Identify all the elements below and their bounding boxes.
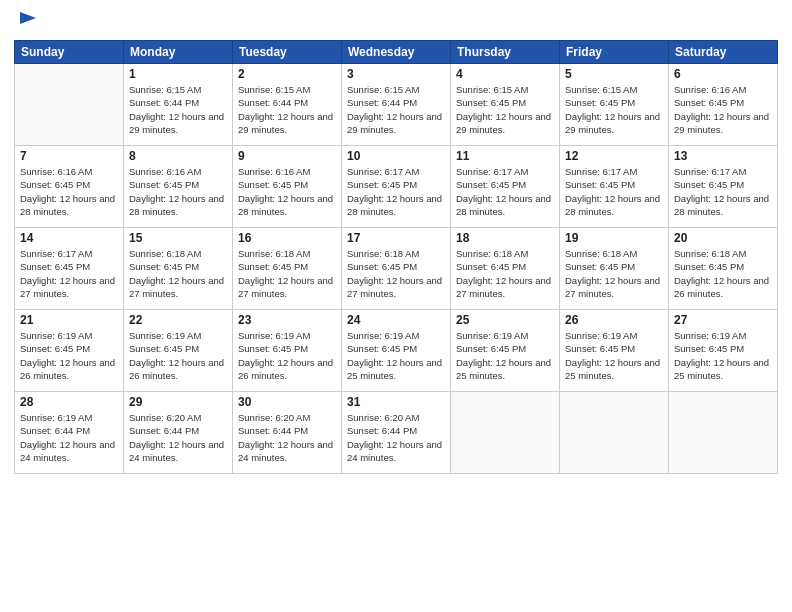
- calendar-cell: 22 Sunrise: 6:19 AM Sunset: 6:45 PM Dayl…: [124, 310, 233, 392]
- daylight-text: Daylight: 12 hours and 28 minutes.: [456, 193, 551, 217]
- daylight-text: Daylight: 12 hours and 29 minutes.: [674, 111, 769, 135]
- sunrise-text: Sunrise: 6:18 AM: [238, 248, 310, 259]
- day-info: Sunrise: 6:15 AM Sunset: 6:45 PM Dayligh…: [456, 83, 554, 136]
- day-number: 1: [129, 67, 227, 81]
- calendar-week-row: 28 Sunrise: 6:19 AM Sunset: 6:44 PM Dayl…: [15, 392, 778, 474]
- weekday-header: Sunday: [15, 41, 124, 64]
- calendar-week-row: 7 Sunrise: 6:16 AM Sunset: 6:45 PM Dayli…: [15, 146, 778, 228]
- day-number: 28: [20, 395, 118, 409]
- daylight-text: Daylight: 12 hours and 28 minutes.: [238, 193, 333, 217]
- day-info: Sunrise: 6:18 AM Sunset: 6:45 PM Dayligh…: [347, 247, 445, 300]
- calendar-cell: 26 Sunrise: 6:19 AM Sunset: 6:45 PM Dayl…: [560, 310, 669, 392]
- day-info: Sunrise: 6:15 AM Sunset: 6:44 PM Dayligh…: [129, 83, 227, 136]
- sunrise-text: Sunrise: 6:17 AM: [347, 166, 419, 177]
- calendar-cell: 1 Sunrise: 6:15 AM Sunset: 6:44 PM Dayli…: [124, 64, 233, 146]
- sunrise-text: Sunrise: 6:19 AM: [20, 412, 92, 423]
- calendar-cell: 30 Sunrise: 6:20 AM Sunset: 6:44 PM Dayl…: [233, 392, 342, 474]
- sunset-text: Sunset: 6:45 PM: [674, 97, 744, 108]
- sunset-text: Sunset: 6:45 PM: [20, 343, 90, 354]
- day-number: 29: [129, 395, 227, 409]
- sunset-text: Sunset: 6:45 PM: [238, 343, 308, 354]
- calendar-cell: 3 Sunrise: 6:15 AM Sunset: 6:44 PM Dayli…: [342, 64, 451, 146]
- calendar-cell: 18 Sunrise: 6:18 AM Sunset: 6:45 PM Dayl…: [451, 228, 560, 310]
- daylight-text: Daylight: 12 hours and 27 minutes.: [20, 275, 115, 299]
- day-number: 25: [456, 313, 554, 327]
- calendar-cell: 24 Sunrise: 6:19 AM Sunset: 6:45 PM Dayl…: [342, 310, 451, 392]
- daylight-text: Daylight: 12 hours and 25 minutes.: [456, 357, 551, 381]
- calendar-cell: 9 Sunrise: 6:16 AM Sunset: 6:45 PM Dayli…: [233, 146, 342, 228]
- day-number: 19: [565, 231, 663, 245]
- calendar-cell: 10 Sunrise: 6:17 AM Sunset: 6:45 PM Dayl…: [342, 146, 451, 228]
- daylight-text: Daylight: 12 hours and 27 minutes.: [238, 275, 333, 299]
- daylight-text: Daylight: 12 hours and 25 minutes.: [674, 357, 769, 381]
- daylight-text: Daylight: 12 hours and 25 minutes.: [565, 357, 660, 381]
- calendar-header-row: SundayMondayTuesdayWednesdayThursdayFrid…: [15, 41, 778, 64]
- sunrise-text: Sunrise: 6:19 AM: [129, 330, 201, 341]
- sunrise-text: Sunrise: 6:18 AM: [456, 248, 528, 259]
- day-number: 30: [238, 395, 336, 409]
- daylight-text: Daylight: 12 hours and 28 minutes.: [20, 193, 115, 217]
- day-number: 23: [238, 313, 336, 327]
- day-number: 17: [347, 231, 445, 245]
- sunrise-text: Sunrise: 6:15 AM: [565, 84, 637, 95]
- day-number: 27: [674, 313, 772, 327]
- day-info: Sunrise: 6:17 AM Sunset: 6:45 PM Dayligh…: [674, 165, 772, 218]
- day-info: Sunrise: 6:17 AM Sunset: 6:45 PM Dayligh…: [565, 165, 663, 218]
- sunset-text: Sunset: 6:44 PM: [20, 425, 90, 436]
- sunset-text: Sunset: 6:45 PM: [674, 179, 744, 190]
- sunrise-text: Sunrise: 6:15 AM: [129, 84, 201, 95]
- day-number: 5: [565, 67, 663, 81]
- calendar-cell: 16 Sunrise: 6:18 AM Sunset: 6:45 PM Dayl…: [233, 228, 342, 310]
- calendar-cell: 6 Sunrise: 6:16 AM Sunset: 6:45 PM Dayli…: [669, 64, 778, 146]
- calendar-cell: 23 Sunrise: 6:19 AM Sunset: 6:45 PM Dayl…: [233, 310, 342, 392]
- daylight-text: Daylight: 12 hours and 26 minutes.: [20, 357, 115, 381]
- sunset-text: Sunset: 6:45 PM: [565, 179, 635, 190]
- sunrise-text: Sunrise: 6:20 AM: [238, 412, 310, 423]
- weekday-header: Wednesday: [342, 41, 451, 64]
- day-info: Sunrise: 6:17 AM Sunset: 6:45 PM Dayligh…: [20, 247, 118, 300]
- daylight-text: Daylight: 12 hours and 28 minutes.: [347, 193, 442, 217]
- day-number: 12: [565, 149, 663, 163]
- sunrise-text: Sunrise: 6:16 AM: [129, 166, 201, 177]
- day-info: Sunrise: 6:16 AM Sunset: 6:45 PM Dayligh…: [238, 165, 336, 218]
- daylight-text: Daylight: 12 hours and 27 minutes.: [129, 275, 224, 299]
- sunrise-text: Sunrise: 6:17 AM: [20, 248, 92, 259]
- sunrise-text: Sunrise: 6:19 AM: [238, 330, 310, 341]
- day-number: 22: [129, 313, 227, 327]
- calendar-container: SundayMondayTuesdayWednesdayThursdayFrid…: [0, 0, 792, 612]
- calendar-cell: 29 Sunrise: 6:20 AM Sunset: 6:44 PM Dayl…: [124, 392, 233, 474]
- day-info: Sunrise: 6:19 AM Sunset: 6:45 PM Dayligh…: [20, 329, 118, 382]
- sunset-text: Sunset: 6:45 PM: [238, 179, 308, 190]
- daylight-text: Daylight: 12 hours and 24 minutes.: [238, 439, 333, 463]
- sunrise-text: Sunrise: 6:18 AM: [674, 248, 746, 259]
- daylight-text: Daylight: 12 hours and 29 minutes.: [456, 111, 551, 135]
- sunrise-text: Sunrise: 6:17 AM: [456, 166, 528, 177]
- sunrise-text: Sunrise: 6:19 AM: [20, 330, 92, 341]
- calendar-cell: [451, 392, 560, 474]
- calendar-cell: 2 Sunrise: 6:15 AM Sunset: 6:44 PM Dayli…: [233, 64, 342, 146]
- day-number: 31: [347, 395, 445, 409]
- day-number: 18: [456, 231, 554, 245]
- calendar-cell: 13 Sunrise: 6:17 AM Sunset: 6:45 PM Dayl…: [669, 146, 778, 228]
- day-number: 15: [129, 231, 227, 245]
- day-info: Sunrise: 6:18 AM Sunset: 6:45 PM Dayligh…: [565, 247, 663, 300]
- sunset-text: Sunset: 6:45 PM: [456, 97, 526, 108]
- daylight-text: Daylight: 12 hours and 29 minutes.: [238, 111, 333, 135]
- day-number: 14: [20, 231, 118, 245]
- weekday-header: Friday: [560, 41, 669, 64]
- weekday-header: Thursday: [451, 41, 560, 64]
- calendar-cell: 17 Sunrise: 6:18 AM Sunset: 6:45 PM Dayl…: [342, 228, 451, 310]
- day-number: 7: [20, 149, 118, 163]
- daylight-text: Daylight: 12 hours and 24 minutes.: [347, 439, 442, 463]
- day-number: 10: [347, 149, 445, 163]
- day-info: Sunrise: 6:18 AM Sunset: 6:45 PM Dayligh…: [129, 247, 227, 300]
- sunset-text: Sunset: 6:45 PM: [129, 261, 199, 272]
- day-number: 26: [565, 313, 663, 327]
- calendar-cell: [669, 392, 778, 474]
- daylight-text: Daylight: 12 hours and 27 minutes.: [565, 275, 660, 299]
- daylight-text: Daylight: 12 hours and 29 minutes.: [129, 111, 224, 135]
- sunrise-text: Sunrise: 6:15 AM: [347, 84, 419, 95]
- day-info: Sunrise: 6:20 AM Sunset: 6:44 PM Dayligh…: [238, 411, 336, 464]
- sunset-text: Sunset: 6:44 PM: [238, 97, 308, 108]
- header: [14, 10, 778, 32]
